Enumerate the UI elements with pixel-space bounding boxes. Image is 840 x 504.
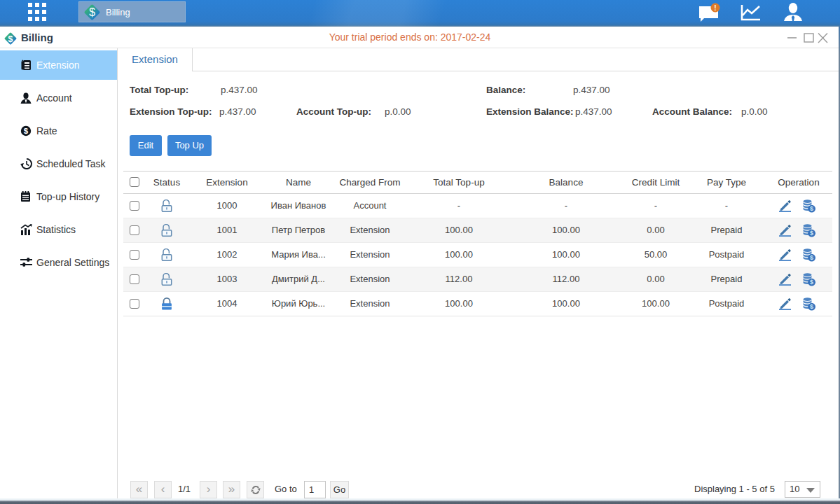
svg-text:$: $ xyxy=(810,279,813,286)
svg-text:$: $ xyxy=(810,303,813,310)
svg-text:$: $ xyxy=(89,6,95,18)
svg-text:$: $ xyxy=(810,230,813,237)
svg-text:$: $ xyxy=(24,127,29,135)
svg-text:$: $ xyxy=(810,254,813,261)
svg-text:!: ! xyxy=(714,4,716,12)
svg-text:$: $ xyxy=(810,205,813,212)
